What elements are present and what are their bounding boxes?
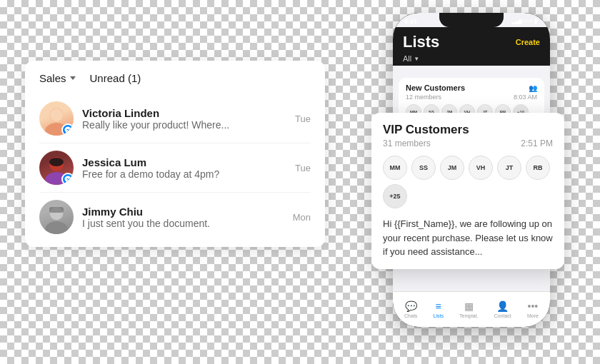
vip-popup-name: VIP Customers [383, 123, 553, 137]
templates-label: Templat. [459, 313, 478, 318]
conversation-victoria[interactable]: Victoria Linden Really like your product… [25, 94, 325, 143]
conv-name-victoria: Victoria Linden [82, 107, 289, 119]
unread-filter-label: Unread (1) [90, 72, 141, 84]
sales-filter-label: Sales [39, 72, 66, 84]
members-count-new-customers: 12 members [406, 93, 441, 101]
vip-time: 2:51 PM [521, 138, 553, 148]
vip-popup-meta: 31 members 2:51 PM [383, 138, 553, 148]
vip-member-chips: MM SS JM VH JT RB +25 [383, 156, 553, 208]
chats-label: Chats [404, 313, 417, 318]
more-label: More [527, 313, 539, 318]
conv-preview-victoria: Really like your product! Where... [82, 119, 289, 131]
vip-chip-jt: JT [497, 156, 521, 180]
svg-point-8 [45, 221, 68, 234]
battery-icon: ▌ [535, 19, 539, 24]
vip-chip-rb: RB [526, 156, 550, 180]
app-filter[interactable]: All ▼ [403, 54, 540, 63]
templates-icon: ▦ [464, 300, 474, 312]
app-header: Lists Create All ▼ [393, 27, 550, 66]
filter-arrow: ▼ [414, 56, 419, 62]
vip-chip-plus: +25 [383, 184, 407, 208]
conversation-jimmy[interactable]: Jimmy Chiu I just sent you the document.… [25, 193, 325, 241]
sales-filter[interactable]: Sales [39, 72, 76, 84]
wifi-icon: WiFi [524, 19, 534, 24]
list-name-new-customers: New Customers [406, 84, 465, 92]
list-header-new-customers: New Customers 👥 [406, 84, 537, 92]
app-title: Lists [403, 33, 439, 51]
avatar-jimmy [39, 200, 74, 234]
vip-chip-vh: VH [469, 156, 493, 180]
nav-chats[interactable]: 💬 Chats [404, 300, 417, 318]
messenger-badge-victoria [61, 123, 74, 136]
contact-icon: 👤 [496, 300, 509, 312]
conv-time-victoria: Tue [295, 113, 311, 124]
lists-label: Lists [434, 313, 444, 318]
time-new-customers: 8:03 AM [514, 93, 537, 101]
messenger-badge-jessica [61, 173, 74, 185]
vip-chip-mm: MM [383, 156, 407, 180]
create-button[interactable]: Create [516, 38, 540, 46]
conv-time-jimmy: Mon [293, 212, 311, 223]
status-time: 9:41 [404, 18, 417, 25]
conv-name-jimmy: Jimmy Chiu [82, 206, 287, 218]
filter-label: All [403, 54, 411, 63]
svg-rect-10 [49, 207, 64, 213]
inbox-panel: Sales Unread (1) Victoria Linden Really … [25, 61, 325, 247]
unread-filter[interactable]: Unread (1) [90, 72, 145, 84]
iphone-notch [439, 13, 504, 27]
list-meta-new-customers: 12 members 8:03 AM [406, 93, 537, 101]
sales-dropdown-arrow [70, 76, 76, 80]
svg-point-2 [50, 108, 63, 121]
conv-info-jimmy: Jimmy Chiu I just sent you the document. [82, 206, 287, 229]
status-icons: ▂▄▆ WiFi ▌ [511, 19, 539, 24]
nav-lists[interactable]: ≡ Lists [434, 300, 444, 318]
nav-more[interactable]: ••• More [527, 300, 539, 318]
conv-info-victoria: Victoria Linden Really like your product… [82, 107, 289, 131]
bottom-nav: 💬 Chats ≡ Lists ▦ Templat. 👤 Contact •••… [393, 291, 550, 327]
more-icon: ••• [528, 300, 539, 312]
vip-chip-jm: JM [440, 156, 464, 180]
inbox-header: Sales Unread (1) [25, 72, 325, 94]
app-header-row: Lists Create [403, 33, 540, 51]
svg-point-6 [49, 158, 64, 166]
vip-members-count: 31 members [383, 138, 431, 148]
conv-time-jessica: Tue [295, 163, 311, 173]
conv-preview-jimmy: I just sent you the document. [82, 218, 287, 229]
conv-info-jessica: Jessica Lum Free for a demo today at 4pm… [82, 156, 289, 180]
signal-icon: ▂▄▆ [511, 19, 522, 24]
conv-preview-jessica: Free for a demo today at 4pm? [82, 168, 289, 180]
vip-message-preview: Hi {{First_Name}}, we are following up o… [383, 217, 553, 259]
chats-icon: 💬 [405, 300, 417, 312]
avatar-jessica [39, 151, 74, 185]
avatar-victoria [39, 101, 74, 136]
vip-chip-ss: SS [411, 156, 436, 180]
nav-templates[interactable]: ▦ Templat. [459, 300, 478, 318]
contact-label: Contact [494, 313, 511, 318]
nav-contact[interactable]: 👤 Contact [494, 300, 511, 318]
conversation-jessica[interactable]: Jessica Lum Free for a demo today at 4pm… [25, 143, 325, 192]
conv-name-jessica: Jessica Lum [82, 156, 289, 168]
members-icon-new-customers: 👥 [529, 84, 537, 92]
lists-icon: ≡ [436, 300, 441, 312]
vip-popup: VIP Customers 31 members 2:51 PM MM SS J… [371, 113, 564, 269]
